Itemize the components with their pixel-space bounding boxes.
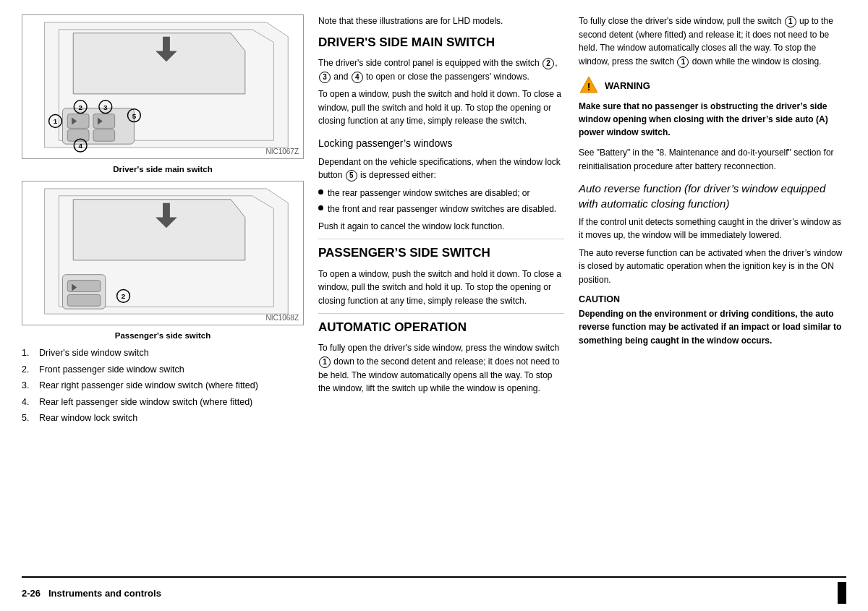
content-area: 1 2 3 4 5 NIC1067Z Driver's side main sw…	[22, 14, 846, 571]
note-text: Note that these illustrations are for LH…	[318, 14, 564, 27]
footer-page: 2-26 Instruments and controls	[22, 588, 161, 599]
svg-text:!: !	[587, 81, 591, 93]
bullet-item-1: the rear passenger window switches are d…	[318, 187, 564, 200]
middle-column: Note that these illustrations are for LH…	[318, 14, 564, 571]
caution-text: Depending on the environment or driving …	[579, 307, 846, 348]
svg-text:4: 4	[78, 142, 82, 150]
right-column: To fully close the driver's side window,…	[579, 14, 846, 571]
diagram2-svg: 2	[22, 181, 303, 325]
warning-label: WARNING	[605, 80, 650, 91]
section3-title: PASSENGER’S SIDE SWITCH	[318, 245, 564, 261]
diagram2-label: Passenger's side switch	[22, 331, 304, 340]
caution-label: CAUTION	[579, 294, 846, 304]
section2-p1: Dependant on the vehicle specifications,…	[318, 155, 564, 182]
divider-2	[318, 313, 564, 314]
warning-box: ! WARNING Make sure that no passenger is…	[579, 75, 846, 139]
list-item-2: 2. Front passenger side window switch	[22, 364, 304, 377]
page-wrapper: 1 2 3 4 5 NIC1067Z Driver's side main sw…	[0, 0, 868, 611]
svg-text:2: 2	[122, 292, 126, 300]
svg-text:2: 2	[78, 103, 82, 111]
bullet-dot-1	[318, 189, 323, 195]
section4-title: AUTOMATIC OPERATION	[318, 320, 564, 336]
circle-3: 3	[319, 72, 331, 83]
svg-rect-21	[67, 294, 101, 306]
section5-p1: If the control unit detects something ca…	[579, 215, 846, 242]
list-item-4: 4. Rear left passenger side window switc…	[22, 396, 304, 409]
section2-title: Locking passenger’s windows	[318, 137, 564, 151]
svg-text:1: 1	[54, 117, 58, 125]
footer-info: 2-26 Instruments and controls	[22, 588, 161, 599]
circle-2: 2	[542, 58, 554, 69]
divider-1	[318, 239, 564, 239]
section5-title: Auto reverse function (for driver’s wind…	[579, 181, 846, 211]
svg-rect-5	[93, 129, 115, 141]
diagram2-box: 2 NIC1068Z	[22, 181, 304, 325]
footer: 2-26 Instruments and controls	[22, 576, 846, 604]
diagram2-caption: NIC1068Z	[265, 314, 299, 322]
warning-header: ! WARNING	[579, 75, 846, 95]
list-item-5: 5. Rear window lock switch	[22, 412, 304, 425]
diagram1-label: Driver's side main switch	[22, 165, 304, 174]
svg-rect-3	[93, 114, 115, 129]
circle-5: 5	[346, 170, 357, 181]
left-column: 1 2 3 4 5 NIC1067Z Driver's side main sw…	[22, 14, 304, 571]
svg-text:3: 3	[103, 103, 108, 111]
section5-p2: The auto reverse function can be activat…	[579, 247, 846, 287]
section1-title: DRIVER'S SIDE MAIN SWITCH	[318, 35, 564, 51]
circle-4: 4	[352, 72, 363, 83]
svg-text:5: 5	[132, 112, 137, 120]
bullet-dot-2	[318, 205, 323, 210]
bullet-item-2: the front and rear passenger window swit…	[318, 202, 564, 215]
svg-rect-2	[67, 114, 89, 129]
list-item-3: 3. Rear right passenger side window swit…	[22, 380, 304, 393]
warning-text: Make sure that no passenger is obstructi…	[579, 100, 846, 139]
circle-1c: 1	[677, 56, 689, 68]
items-list: 1. Driver's side window switch 2. Front …	[22, 347, 304, 425]
section3-p1: To open a window, push the switch and ho…	[318, 268, 564, 308]
section1-p2: To open a window, push the switch and ho…	[318, 87, 564, 128]
section2-bullets: the rear passenger window switches are d…	[318, 187, 564, 215]
diagram1-svg: 1 2 3 4 5	[22, 15, 303, 158]
section4-p1: To fully open the driver's side window, …	[318, 341, 564, 395]
warning-triangle-icon: !	[579, 75, 599, 95]
right-p2: See "Battery" in the "8. Maintenance and…	[579, 146, 846, 173]
list-item-1: 1. Driver's side window switch	[22, 347, 304, 360]
diagram1-caption: NIC1067Z	[265, 148, 299, 155]
footer-bar	[838, 582, 846, 604]
section1-p1: The driver's side control panel is equip…	[318, 56, 564, 83]
circle-1b: 1	[785, 16, 796, 27]
section2-p2: Push it again to cancel the window lock …	[318, 220, 564, 234]
circle-1a: 1	[319, 356, 331, 368]
right-p1: To fully close the driver's side window,…	[579, 14, 846, 68]
diagram1-box: 1 2 3 4 5 NIC1067Z	[22, 14, 304, 159]
